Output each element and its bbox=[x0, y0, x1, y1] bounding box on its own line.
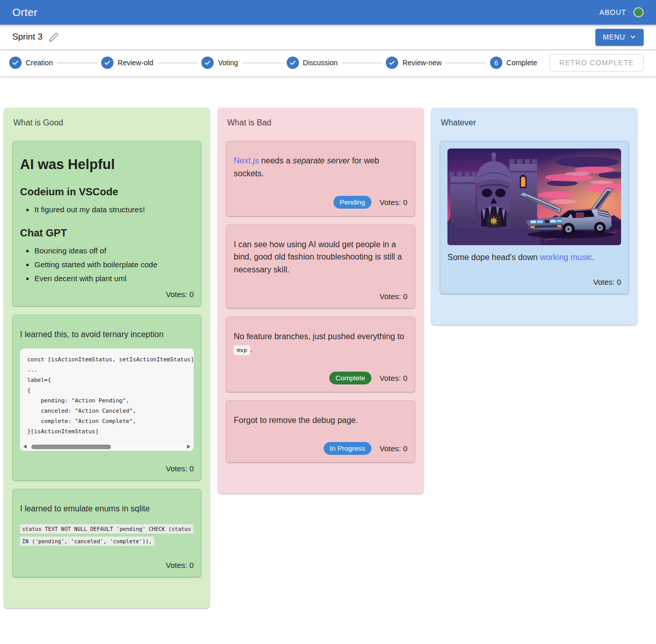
status-badge-complete: Complete bbox=[329, 372, 371, 384]
horizontal-scrollbar[interactable] bbox=[20, 442, 194, 451]
bullet-item: Getting started with boilerplate code bbox=[34, 260, 194, 269]
votes-count: Votes: 0 bbox=[166, 464, 194, 473]
card-text: I learned this, to avoid ternary incepti… bbox=[20, 328, 194, 341]
code-content: const [isActionItemStatus, setIsActionIt… bbox=[20, 348, 194, 442]
votes-count: Votes: 0 bbox=[593, 278, 621, 286]
step-label: Creation bbox=[26, 59, 53, 67]
code-block: const [isActionItemStatus, setIsActionIt… bbox=[20, 348, 194, 451]
retro-board: What is Good AI was Helpful Codeium in V… bbox=[0, 76, 656, 613]
card-subheading: Chat GPT bbox=[20, 227, 194, 239]
inline-code: status TEXT NOT NULL DEFAULT 'pending' C… bbox=[20, 524, 193, 546]
retro-card: Forgot to remove the debug page. In Prog… bbox=[226, 400, 415, 463]
chevron-down-icon bbox=[629, 33, 636, 41]
retro-card: I learned this, to avoid ternary incepti… bbox=[12, 315, 201, 481]
bullet-list: It figured out my data structures! bbox=[20, 205, 194, 214]
menu-button[interactable]: MENU bbox=[595, 29, 644, 46]
column-what-is-good: What is Good AI was Helpful Codeium in V… bbox=[4, 108, 210, 608]
step-review-old: Review-old bbox=[101, 57, 153, 69]
working-music-link[interactable]: working music bbox=[540, 253, 592, 262]
card-text: Forgot to remove the debug page. bbox=[234, 414, 407, 427]
retro-card: I can see how using AI would get people … bbox=[226, 225, 415, 308]
retro-card: Some dope head's down working music. Vot… bbox=[440, 141, 629, 294]
scroll-right-arrow-icon[interactable] bbox=[187, 445, 191, 449]
retro-card: No feature branches, just pushed everyth… bbox=[226, 317, 415, 392]
status-badge-in-progress: In Progress bbox=[324, 442, 371, 455]
check-icon bbox=[9, 57, 22, 69]
step-creation: Creation bbox=[9, 57, 53, 69]
card-text: I learned to emulate enums in sqlite bbox=[20, 503, 194, 516]
edit-sprint-button[interactable] bbox=[47, 30, 61, 44]
scrollbar-thumb[interactable] bbox=[31, 445, 111, 449]
check-icon bbox=[101, 57, 114, 69]
scroll-left-arrow-icon[interactable] bbox=[23, 445, 27, 449]
column-what-is-bad: What is Bad Next.js needs a separate ser… bbox=[218, 108, 423, 493]
retro-card: I learned to emulate enums in sqlite sta… bbox=[12, 489, 201, 577]
retro-card: Next.js needs a separate server for web … bbox=[226, 141, 415, 216]
stepper-bar: Creation Review-old Voting Discussion bbox=[0, 49, 656, 76]
sprint-title: Sprint 3 bbox=[12, 32, 43, 42]
step-connector bbox=[57, 63, 97, 63]
step-connector bbox=[446, 63, 486, 63]
votes-count: Votes: 0 bbox=[166, 290, 194, 299]
step-label: Review-old bbox=[118, 59, 153, 67]
stepper: Creation Review-old Voting Discussion bbox=[9, 57, 537, 69]
bullet-item: Bouncing ideas off of bbox=[34, 246, 194, 255]
online-status-dot-icon bbox=[633, 7, 644, 17]
column-whatever: Whatever bbox=[432, 108, 637, 325]
delorean-skull-castle-image bbox=[447, 149, 621, 245]
votes-count: Votes: 0 bbox=[380, 374, 407, 382]
step-label: Voting bbox=[218, 59, 238, 67]
votes-count: Votes: 0 bbox=[380, 444, 407, 453]
check-icon bbox=[386, 57, 398, 69]
bullet-list: Bouncing ideas off of Getting started wi… bbox=[20, 246, 194, 283]
card-heading: AI was Helpful bbox=[20, 157, 194, 173]
sprint-bar: Sprint 3 MENU bbox=[0, 25, 656, 49]
nextjs-link[interactable]: Next.js bbox=[234, 156, 259, 165]
step-label: Review-new bbox=[402, 59, 441, 67]
step-connector bbox=[242, 63, 282, 63]
step-label: Discussion bbox=[303, 59, 338, 67]
card-text: Some dope head's down working music. bbox=[447, 251, 621, 264]
votes-count: Votes: 0 bbox=[166, 561, 194, 569]
step-discussion: Discussion bbox=[287, 57, 338, 69]
step-voting: Voting bbox=[201, 57, 238, 69]
card-text: No feature branches, just pushed everyth… bbox=[234, 330, 407, 356]
card-text: Next.js needs a separate server for web … bbox=[234, 155, 407, 180]
bullet-item: Even decent with plant uml bbox=[34, 274, 194, 283]
bullet-item: It figured out my data structures! bbox=[34, 205, 194, 214]
app-bar: Orter ABOUT bbox=[0, 0, 656, 25]
pencil-icon bbox=[49, 32, 59, 42]
column-title: What is Bad bbox=[227, 118, 415, 127]
about-link[interactable]: ABOUT bbox=[599, 8, 626, 16]
menu-button-label: MENU bbox=[603, 33, 625, 41]
step-number-icon: 6 bbox=[490, 57, 502, 69]
column-title: Whatever bbox=[441, 118, 629, 127]
step-label: Complete bbox=[507, 59, 537, 67]
step-complete: 6 Complete bbox=[490, 57, 537, 69]
retro-complete-button[interactable]: RETRO COMPLETE bbox=[550, 54, 644, 71]
app-title: Orter bbox=[12, 6, 38, 19]
retro-card: AI was Helpful Codeium in VSCode It figu… bbox=[12, 141, 201, 306]
column-title: What is Good bbox=[13, 118, 201, 127]
card-subheading: Codeium in VSCode bbox=[20, 186, 194, 198]
emphasized-text: separate server bbox=[293, 156, 350, 165]
check-icon bbox=[287, 57, 299, 69]
status-badge-pending: Pending bbox=[333, 196, 371, 209]
inline-code: mvp bbox=[234, 345, 250, 355]
step-review-new: Review-new bbox=[386, 57, 441, 69]
step-connector bbox=[157, 63, 197, 63]
step-connector bbox=[342, 63, 382, 63]
votes-count: Votes: 0 bbox=[380, 198, 407, 207]
votes-count: Votes: 0 bbox=[380, 292, 407, 301]
card-text: I can see how using AI would get people … bbox=[234, 238, 407, 277]
check-icon bbox=[201, 57, 214, 69]
